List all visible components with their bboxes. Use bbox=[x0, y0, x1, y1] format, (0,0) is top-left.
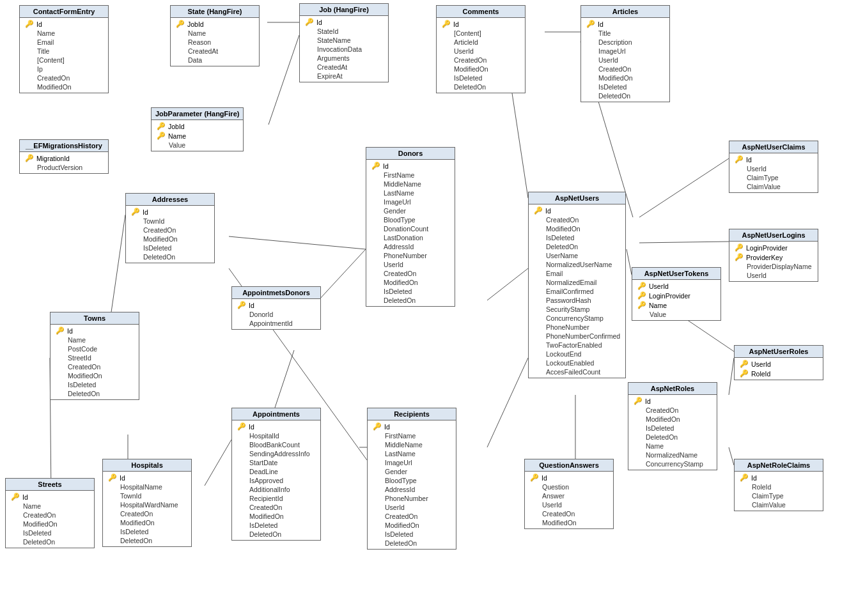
field-name: Id bbox=[36, 20, 42, 28]
table-Appointments: Appointments🔑IdHospitalIdBloodBankCountS… bbox=[231, 408, 321, 541]
table-row: UserId bbox=[729, 164, 818, 173]
table-row: Email bbox=[529, 269, 625, 278]
field-name: JobId bbox=[168, 123, 185, 130]
pk-icon: 🔑 bbox=[735, 253, 744, 261]
table-row: ImageUrl bbox=[366, 197, 455, 206]
field-name: ModifiedOn bbox=[646, 415, 680, 423]
pk-icon: 🔑 bbox=[157, 122, 166, 130]
table-row: DeletedOn bbox=[103, 536, 191, 545]
table-row: ModifiedOn bbox=[529, 224, 625, 233]
field-name: AdditionalInfo bbox=[249, 486, 290, 493]
table-body-Addresses: 🔑IdTownIdCreatedOnModifiedOnIsDeletedDel… bbox=[126, 206, 214, 263]
table-row: 🔑Name bbox=[152, 131, 243, 141]
table-row: CreatedOn bbox=[232, 503, 320, 512]
table-row: IsDeleted bbox=[437, 73, 525, 82]
field-name: ImageUrl bbox=[385, 459, 412, 466]
table-row: StreetId bbox=[51, 353, 139, 362]
table-row: HospitalId bbox=[232, 431, 320, 440]
table-row: 🔑Id bbox=[51, 326, 139, 335]
table-row: PhoneNumber bbox=[368, 494, 456, 503]
table-row: NormalizedName bbox=[628, 450, 717, 459]
field-name: CreatedOn bbox=[542, 510, 575, 518]
field-name: PhoneNumber bbox=[384, 252, 427, 259]
field-name: Name bbox=[649, 302, 667, 309]
table-row: 🔑LoginProvider bbox=[632, 291, 720, 300]
table-row: ConcurrencyStamp bbox=[628, 459, 717, 468]
table-Towns: Towns🔑IdNamePostCodeStreetIdCreatedOnMod… bbox=[50, 312, 139, 400]
table-row: IsDeleted bbox=[51, 380, 139, 389]
field-name: UserId bbox=[649, 282, 669, 290]
table-row: 🔑UserId bbox=[735, 359, 823, 369]
table-row: DeletedOn bbox=[126, 252, 214, 261]
table-row: UserId bbox=[437, 47, 525, 56]
pk-icon: 🔑 bbox=[131, 208, 140, 216]
pk-icon: 🔑 bbox=[56, 327, 65, 335]
field-name: ProviderKey bbox=[746, 254, 783, 261]
pk-icon: 🔑 bbox=[735, 243, 744, 252]
table-row: [Content] bbox=[437, 29, 525, 38]
field-name: Name bbox=[646, 442, 664, 450]
field-name: SendingAddressInfo bbox=[249, 450, 310, 458]
table-row: ModifiedOn bbox=[20, 82, 108, 91]
table-row: 🔑Id bbox=[20, 19, 108, 29]
field-name: ModifiedOn bbox=[120, 519, 155, 527]
table-row: DeletedOn bbox=[368, 539, 456, 548]
table-row: ModifiedOn bbox=[628, 415, 717, 424]
table-row: 🔑Id bbox=[232, 422, 320, 431]
field-name: UserName bbox=[546, 252, 578, 259]
table-header-AspNetUserRoles: AspNetUserRoles bbox=[735, 346, 823, 358]
table-row: 🔑Id bbox=[300, 17, 388, 27]
field-name: Id bbox=[383, 162, 389, 170]
svg-line-5 bbox=[639, 158, 729, 217]
field-name: ModifiedOn bbox=[37, 83, 72, 91]
svg-line-6 bbox=[639, 242, 729, 243]
table-row: ModifiedOn bbox=[525, 518, 613, 527]
table-header-QuestionAnswers: QuestionAnswers bbox=[525, 459, 613, 472]
field-name: Id bbox=[120, 474, 125, 482]
field-name: Id bbox=[541, 474, 547, 482]
table-header-AspNetUsers: AspNetUsers bbox=[529, 192, 625, 204]
svg-line-16 bbox=[320, 249, 366, 299]
table-row: ProviderDisplayName bbox=[729, 262, 818, 271]
pk-icon: 🔑 bbox=[442, 20, 451, 28]
pk-icon: 🔑 bbox=[237, 301, 246, 309]
pk-icon: 🔑 bbox=[237, 422, 246, 431]
field-name: IsDeleted bbox=[598, 83, 627, 91]
table-row: CreatedOn bbox=[20, 73, 108, 82]
field-name: TownId bbox=[143, 217, 164, 225]
table-body-Job_HangFire: 🔑IdStateIdStateNameInvocationDataArgumen… bbox=[300, 16, 388, 82]
table-row: 🔑Id bbox=[232, 300, 320, 310]
field-name: ImageUrl bbox=[598, 47, 626, 55]
table-header-Donors: Donors bbox=[366, 148, 455, 160]
field-name: ArticleId bbox=[454, 38, 478, 46]
table-row: CreatedOn bbox=[437, 56, 525, 65]
field-name: PasswordHash bbox=[546, 296, 591, 304]
table-row: 🔑Id bbox=[366, 161, 455, 171]
field-name: StateId bbox=[317, 27, 338, 35]
table-row: TownId bbox=[103, 491, 191, 500]
field-name: IsDeleted bbox=[249, 521, 277, 529]
table-row: Gender bbox=[368, 467, 456, 476]
table-row: CreatedOn bbox=[6, 511, 94, 520]
table-row: 🔑Id bbox=[6, 492, 94, 502]
table-body-Streets: 🔑IdNameCreatedOnModifiedOnIsDeletedDelet… bbox=[6, 491, 94, 548]
table-row: 🔑Name bbox=[632, 300, 720, 310]
table-row: ClaimType bbox=[729, 173, 818, 182]
field-name: StreetId bbox=[68, 354, 91, 362]
table-row: CreatedOn bbox=[581, 65, 669, 73]
table-body-AspNetRoles: 🔑IdCreatedOnModifiedOnIsDeletedDeletedOn… bbox=[628, 395, 717, 470]
field-name: SecurityStamp bbox=[546, 305, 589, 313]
table-row: NormalizedEmail bbox=[529, 278, 625, 287]
field-name: Name bbox=[23, 502, 41, 510]
field-name: Id bbox=[22, 493, 28, 501]
field-name: ModifiedOn bbox=[385, 521, 419, 529]
field-name: Id bbox=[67, 327, 73, 335]
table-AppointmetsDonors: AppointmetsDonors🔑IdDonorIdAppointmentId bbox=[231, 286, 321, 330]
table-row: ModifiedOn bbox=[126, 235, 214, 243]
table-row: 🔑Id bbox=[437, 19, 525, 29]
pk-icon: 🔑 bbox=[176, 20, 185, 28]
table-Articles: Articles🔑IdTitleDescriptionImageUrlUserI… bbox=[580, 5, 670, 102]
pk-icon: 🔑 bbox=[534, 206, 543, 215]
table-row: AccesFailed​Count bbox=[529, 367, 625, 376]
table-AspNetUserLogins: AspNetUserLogins🔑LoginProvider🔑ProviderK… bbox=[729, 229, 818, 282]
